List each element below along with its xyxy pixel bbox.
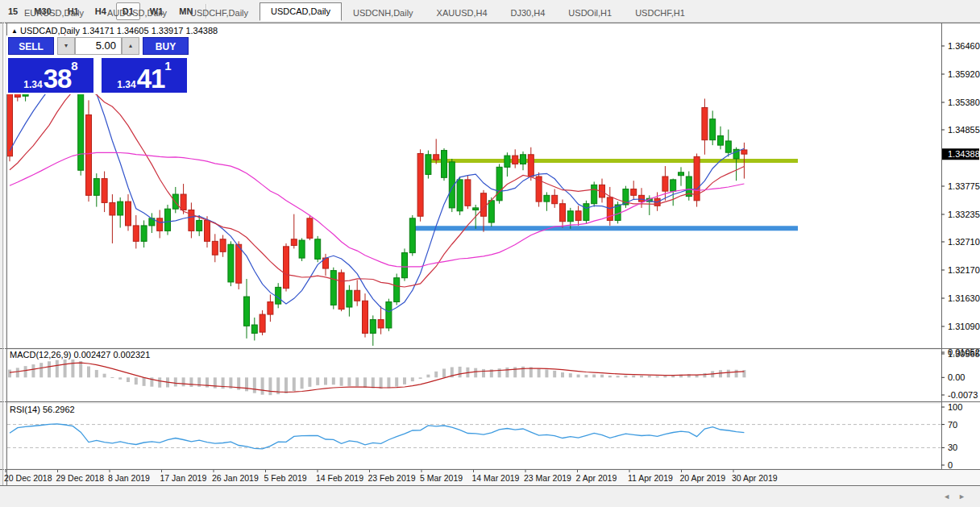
current-price-tag: 1.34388 (942, 148, 980, 160)
svg-text:0.00: 0.00 (948, 372, 965, 382)
rsi-pane[interactable] (7, 404, 941, 468)
svg-text:100: 100 (948, 402, 962, 412)
svg-text:30 Apr 2019: 30 Apr 2019 (732, 473, 778, 483)
svg-text:70: 70 (948, 420, 957, 430)
tab-scroll-right-icon[interactable]: ► (958, 492, 974, 501)
svg-text:8 Jan 2019: 8 Jan 2019 (108, 473, 150, 483)
svg-text:1.31630: 1.31630 (948, 293, 980, 303)
svg-text:5 Mar 2019: 5 Mar 2019 (420, 473, 463, 483)
svg-text:1.35380: 1.35380 (948, 98, 980, 107)
svg-text:1.34388: 1.34388 (948, 149, 980, 159)
svg-text:5 Feb 2019: 5 Feb 2019 (264, 473, 307, 483)
sell-price-pips: 38 (44, 68, 72, 90)
svg-text:14 Mar 2019: 14 Mar 2019 (472, 473, 520, 483)
chart-title-text: USDCAD,Daily 1.34171 1.34605 1.33917 1.3… (20, 26, 218, 35)
sell-quote-panel[interactable]: 1.34388 (8, 58, 93, 93)
sell-price-prefix: 1.34 (23, 79, 42, 90)
svg-text:1.35920: 1.35920 (948, 69, 980, 79)
collapse-chart-icon[interactable]: ▲ (11, 27, 18, 35)
buy-price-point: 1 (164, 61, 171, 71)
mt4-chart-window: 15 M30 H1 H4 D1 W1 MN 1.364601.359201.35… (0, 0, 980, 507)
tab-usdoil-h1[interactable]: USDOil,H1 (557, 5, 623, 21)
sell-button[interactable]: SELL (8, 37, 54, 55)
svg-text:20 Dec 2018: 20 Dec 2018 (4, 473, 52, 483)
tab-eurusd-daily[interactable]: EURUSD,Daily (13, 5, 95, 21)
sell-price-point: 8 (71, 61, 77, 71)
svg-text:1.36460: 1.36460 (948, 41, 980, 51)
svg-text:1.32710: 1.32710 (948, 237, 980, 247)
svg-text:1.33235: 1.33235 (948, 210, 980, 219)
svg-text:-0.0073: -0.0073 (948, 390, 978, 400)
svg-text:1.31090: 1.31090 (948, 322, 980, 331)
tab-audusd-daily[interactable]: AUDUSD,Daily (96, 5, 178, 21)
svg-text:20 Apr 2019: 20 Apr 2019 (680, 473, 726, 483)
svg-text:2 Apr 2019: 2 Apr 2019 (576, 473, 617, 483)
trade-controls-row: SELL ▾ 5.00 ▴ BUY (8, 37, 189, 55)
svg-text:17 Jan 2019: 17 Jan 2019 (160, 473, 207, 483)
tab-scroll-arrows: ◄► (943, 492, 974, 501)
svg-text:1.33775: 1.33775 (948, 181, 980, 191)
svg-text:23 Feb 2019: 23 Feb 2019 (368, 473, 416, 483)
volume-input[interactable]: 5.00 (75, 37, 122, 55)
svg-text:1.32170: 1.32170 (948, 265, 980, 275)
buy-quote-panel[interactable]: 1.34411 (102, 58, 187, 93)
buy-price-pips: 41 (137, 68, 165, 90)
chart-title: ▲ USDCAD,Daily 1.34171 1.34605 1.33917 1… (11, 26, 218, 35)
tab-usdcad-daily[interactable]: USDCAD,Daily (260, 2, 342, 21)
svg-text:29 Dec 2018: 29 Dec 2018 (56, 473, 105, 483)
tab-usdcnh-daily[interactable]: USDCNH,Daily (342, 5, 425, 21)
buy-button[interactable]: BUY (143, 37, 189, 55)
tab-xauusd-h4[interactable]: XAUUSD,H4 (426, 5, 499, 21)
tab-usdchf-daily[interactable]: USDCHF,Daily (179, 5, 260, 21)
svg-text:11 Apr 2019: 11 Apr 2019 (628, 473, 673, 483)
svg-text:14 Feb 2019: 14 Feb 2019 (316, 473, 363, 483)
rsi-indicator-label: RSI(14) 56.2962 (10, 405, 75, 414)
svg-text:1.34855: 1.34855 (948, 125, 980, 135)
buy-price-prefix: 1.34 (117, 79, 135, 90)
svg-text:30: 30 (948, 443, 957, 452)
tab-dj30-h4[interactable]: DJ30,H4 (500, 5, 557, 21)
volume-increase-button[interactable]: ▴ (122, 37, 139, 55)
one-click-trading-panel: SELL ▾ 5.00 ▴ BUY 1.34388 1.34411 (6, 35, 190, 94)
volume-decrease-button[interactable]: ▾ (57, 37, 75, 55)
macd-indicator-label: MACD(12,26,9) 0.002427 0.002321 (10, 350, 150, 359)
tab-scroll-left-icon[interactable]: ◄ (943, 492, 958, 501)
svg-text:0: 0 (948, 460, 953, 470)
tab-usdchf-h1[interactable]: USDCHF,H1 (624, 5, 696, 21)
svg-text:0.010525: 0.010525 (948, 347, 980, 357)
svg-text:26 Jan 2019: 26 Jan 2019 (212, 473, 259, 483)
svg-text:23 Mar 2019: 23 Mar 2019 (524, 473, 571, 483)
